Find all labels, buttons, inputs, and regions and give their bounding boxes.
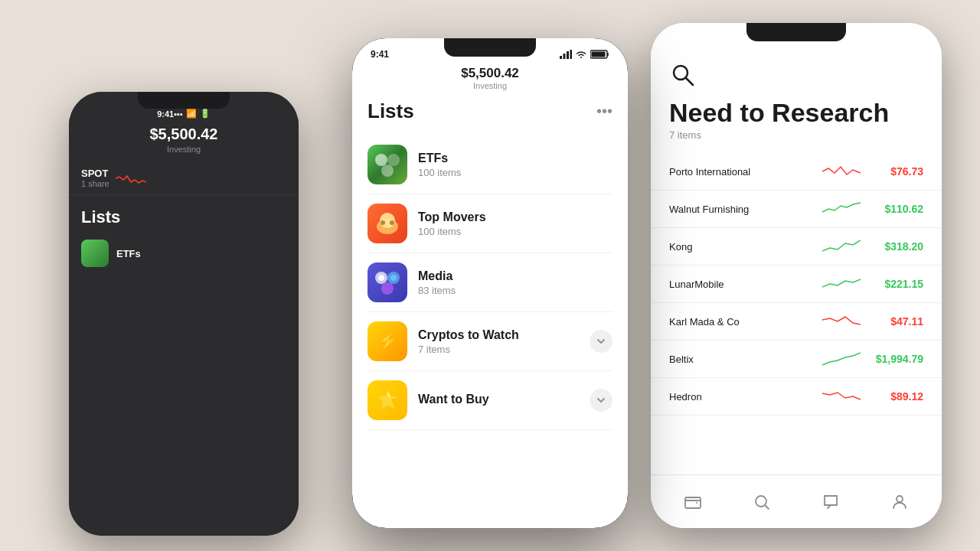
right-bottom-nav: [651, 474, 942, 528]
left-stock-row: SPOT 1 share: [69, 161, 299, 195]
list-item-top-movers[interactable]: Top Movers 100 items: [368, 194, 612, 253]
nav-wallet-icon[interactable]: [682, 491, 704, 513]
stock-item-6[interactable]: Beltix $1,994.79: [651, 341, 942, 378]
right-page-title: Need to Research: [651, 92, 942, 129]
nav-chat-icon[interactable]: [820, 491, 841, 513]
center-balance-label: Investing: [352, 81, 628, 90]
svg-point-12: [387, 154, 400, 166]
center-status-icons: [560, 50, 609, 59]
top-movers-icon: [368, 204, 407, 243]
sparkline-walnut: [822, 200, 861, 218]
wifi-icon: [575, 50, 587, 59]
battery-icon: [590, 50, 609, 59]
center-balance: $5,500.42: [352, 66, 628, 81]
center-header: $5,500.42 Investing: [352, 63, 628, 99]
want-to-buy-chevron[interactable]: [590, 389, 612, 412]
star-icon: ⭐: [377, 390, 398, 410]
stock-item-5[interactable]: Karl Mada & Co $47.11: [651, 303, 942, 341]
sparkline-hedron: [822, 387, 861, 406]
list-item-cryptos[interactable]: ⚡ Cryptos to Watch 7 items: [368, 312, 612, 371]
stock-item-1[interactable]: Porto International $76.73: [651, 153, 942, 191]
sparkline-kong: [822, 237, 861, 256]
svg-point-21: [378, 275, 384, 281]
left-lists-header: Lists: [69, 195, 299, 233]
list-item-etfs[interactable]: ETFs 100 items: [368, 135, 612, 194]
svg-point-13: [381, 165, 394, 177]
svg-point-17: [390, 220, 394, 225]
stock-item-7[interactable]: Hedron $89.12: [651, 378, 942, 416]
list-item-media[interactable]: Media 83 items: [368, 253, 612, 312]
svg-point-11: [375, 154, 387, 166]
right-phone: Need to Research 7 items Porto Internati…: [651, 23, 942, 528]
svg-point-16: [381, 220, 385, 225]
sparkline-lunar: [822, 275, 861, 293]
top-movers-info: Top Movers 100 items: [418, 210, 612, 237]
svg-rect-2: [685, 497, 701, 508]
svg-rect-7: [567, 51, 569, 59]
left-etf-icon: [81, 240, 109, 267]
svg-rect-5: [560, 56, 562, 59]
center-content: Lists ••• ETFs 100 items: [352, 99, 628, 513]
etfs-icon: [368, 145, 407, 184]
lists-title-row: Lists •••: [368, 99, 612, 123]
svg-point-20: [381, 282, 394, 295]
media-icon: [368, 262, 407, 302]
center-time: 9:41: [371, 49, 389, 60]
nav-search-icon[interactable]: [751, 491, 773, 513]
svg-point-4: [897, 496, 903, 502]
list-item-want-to-buy[interactable]: ⭐ Want to Buy: [368, 371, 612, 430]
sparkline-porto: [822, 162, 861, 181]
svg-point-22: [390, 275, 397, 281]
nav-person-icon[interactable]: [889, 491, 910, 513]
lists-title: Lists: [368, 99, 414, 123]
signal-icon: [560, 50, 572, 59]
svg-line-1: [686, 78, 693, 85]
left-list-item: ETFs: [69, 233, 299, 273]
left-chart: [116, 171, 146, 186]
left-status-icons: ▪▪▪ 📶 🔋: [174, 109, 211, 119]
want-to-buy-icon: ⭐: [368, 380, 407, 420]
bolt-icon: ⚡: [377, 331, 398, 351]
chevron-down-icon: [596, 337, 606, 346]
right-phone-notch: [746, 23, 846, 41]
want-to-buy-info: Want to Buy: [418, 393, 590, 408]
stock-item-3[interactable]: Kong $318.20: [651, 228, 942, 266]
media-icon-svg: [368, 262, 407, 302]
center-phone: 9:41: [352, 38, 628, 528]
chevron-down-icon-2: [596, 396, 606, 405]
etfs-icon-svg: [368, 145, 407, 184]
center-phone-notch: [444, 38, 536, 57]
cryptos-info: Cryptos to Watch 7 items: [418, 328, 590, 355]
left-phone-notch: [138, 92, 230, 109]
svg-rect-10: [592, 52, 606, 57]
media-info: Media 83 items: [418, 269, 612, 296]
left-phone: 9:41 ▪▪▪ 📶 🔋 $5,500.42 Investing SPOT 1 …: [69, 92, 299, 536]
stock-item-4[interactable]: LunarMobile $221.15: [651, 266, 942, 303]
right-search-icon-area: [651, 46, 942, 92]
search-icon: [669, 61, 697, 89]
svg-point-15: [380, 213, 395, 228]
right-page-subtitle: 7 items: [651, 129, 942, 153]
left-balance: $5,500.42 Investing: [150, 126, 218, 154]
sparkline-beltix: [822, 350, 861, 368]
cryptos-chevron[interactable]: [590, 330, 612, 353]
left-time: 9:41: [157, 109, 174, 119]
cryptos-icon: ⚡: [368, 321, 407, 361]
stock-item-2[interactable]: Walnut Furnishing $110.62: [651, 191, 942, 228]
sparkline-karl: [822, 312, 861, 331]
etfs-info: ETFs 100 items: [418, 152, 612, 178]
more-button[interactable]: •••: [596, 103, 612, 120]
top-movers-icon-svg: [368, 204, 407, 243]
svg-rect-8: [570, 50, 573, 59]
svg-rect-6: [564, 54, 566, 59]
